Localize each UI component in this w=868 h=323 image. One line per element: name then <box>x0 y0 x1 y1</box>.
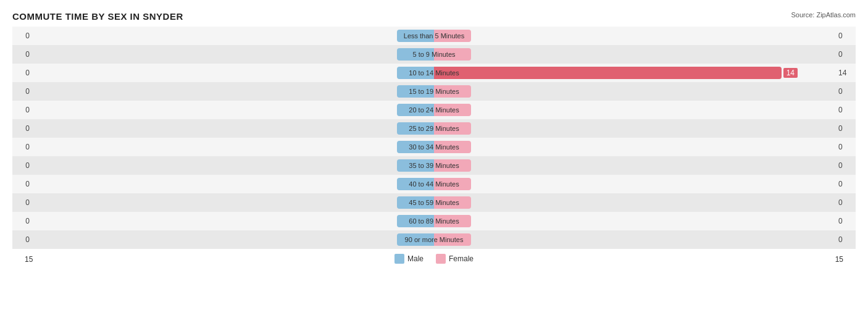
female-bar <box>434 233 471 246</box>
table-row: 015 to 19 Minutes0 <box>12 82 856 101</box>
extended-value-label: 14 <box>783 68 798 78</box>
bottom-area: 15 Male Female 15 <box>12 254 856 264</box>
table-row: 040 to 44 Minutes0 <box>12 175 856 193</box>
male-bar <box>397 141 434 153</box>
male-bar-half <box>32 64 434 82</box>
axis-right-label: 15 <box>835 255 843 264</box>
male-legend-box <box>394 254 404 264</box>
female-bar-half <box>434 101 836 119</box>
male-value: 0 <box>12 161 32 170</box>
female-bar-half <box>434 156 836 175</box>
female-bar <box>434 104 471 116</box>
female-value: 0 <box>836 198 856 207</box>
female-bar <box>434 30 471 42</box>
female-bar-half <box>434 27 836 45</box>
female-bar-half <box>434 45 836 64</box>
female-bar-half <box>434 212 836 230</box>
male-value: 0 <box>12 180 32 188</box>
female-legend-label: Female <box>449 254 474 263</box>
female-value: 0 <box>836 217 856 225</box>
female-bar <box>434 141 471 153</box>
male-value: 0 <box>12 124 32 133</box>
row-bars: 35 to 39 Minutes <box>32 156 836 175</box>
female-bar-half <box>434 138 836 156</box>
legend-male: Male <box>394 254 424 264</box>
male-bar-half <box>32 156 434 175</box>
row-bars: 25 to 29 Minutes <box>32 119 836 138</box>
female-bar: 14 <box>434 67 782 79</box>
male-value: 0 <box>12 69 32 77</box>
male-bar-half <box>32 212 434 230</box>
female-value: 14 <box>836 69 856 77</box>
female-value: 0 <box>836 50 856 59</box>
male-bar <box>397 122 434 135</box>
male-legend-label: Male <box>407 254 424 263</box>
axis-left-label: 15 <box>25 255 33 264</box>
male-bar-half <box>32 45 434 64</box>
table-row: 01410 to 14 Minutes14 <box>12 64 856 82</box>
male-bar-half <box>32 138 434 156</box>
table-row: 05 to 9 Minutes0 <box>12 45 856 64</box>
male-bar <box>397 85 434 98</box>
row-bars: 1410 to 14 Minutes <box>32 64 836 82</box>
male-value: 0 <box>12 87 32 96</box>
female-bar <box>434 215 471 227</box>
male-bar <box>397 48 434 61</box>
female-value: 0 <box>836 106 856 114</box>
female-bar-half <box>434 82 836 101</box>
chart-rows: 0Less than 5 Minutes005 to 9 Minutes0014… <box>12 27 856 249</box>
male-bar <box>397 104 434 116</box>
table-row: 060 to 89 Minutes0 <box>12 212 856 230</box>
female-value: 0 <box>836 161 856 170</box>
male-value: 0 <box>12 143 32 151</box>
male-bar <box>397 196 434 209</box>
male-bar-half <box>32 193 434 212</box>
female-value: 0 <box>836 143 856 151</box>
chart-container: COMMUTE TIME BY SEX IN SNYDER Source: Zi… <box>0 0 868 323</box>
male-bar-half <box>32 119 434 138</box>
table-row: 035 to 39 Minutes0 <box>12 156 856 175</box>
female-value: 0 <box>836 235 856 244</box>
table-row: 045 to 59 Minutes0 <box>12 193 856 212</box>
female-value: 0 <box>836 87 856 96</box>
female-bar <box>434 48 471 61</box>
male-bar-half <box>32 101 434 119</box>
female-bar <box>434 159 471 172</box>
male-value: 0 <box>12 50 32 59</box>
female-legend-box <box>436 254 446 264</box>
male-bar-half <box>32 82 434 101</box>
table-row: 0Less than 5 Minutes0 <box>12 27 856 45</box>
female-bar-half <box>434 119 836 138</box>
table-row: 090 or more Minutes0 <box>12 230 856 249</box>
table-row: 020 to 24 Minutes0 <box>12 101 856 119</box>
source-label: Source: ZipAtlas.com <box>791 11 856 19</box>
female-value: 0 <box>836 124 856 133</box>
male-bar <box>397 233 434 246</box>
legend: Male Female <box>394 254 474 264</box>
male-bar <box>397 178 434 190</box>
female-bar-half <box>434 193 836 212</box>
female-bar <box>434 122 471 135</box>
female-bar-half: 14 <box>434 64 836 82</box>
male-value: 0 <box>12 217 32 225</box>
female-bar-half <box>434 175 836 193</box>
row-bars: 40 to 44 Minutes <box>32 175 836 193</box>
female-value: 0 <box>836 180 856 188</box>
female-bar-half <box>434 230 836 249</box>
table-row: 030 to 34 Minutes0 <box>12 138 856 156</box>
male-bar-half <box>32 175 434 193</box>
male-value: 0 <box>12 235 32 244</box>
female-bar <box>434 196 471 209</box>
female-bar <box>434 178 471 190</box>
male-bar-half <box>32 230 434 249</box>
female-value: 0 <box>836 31 856 40</box>
row-bars: Less than 5 Minutes <box>32 27 836 45</box>
male-bar <box>397 67 434 79</box>
male-bar <box>397 159 434 172</box>
male-bar-half <box>32 27 434 45</box>
male-bar <box>397 215 434 227</box>
row-bars: 30 to 34 Minutes <box>32 138 836 156</box>
male-value: 0 <box>12 198 32 207</box>
row-bars: 20 to 24 Minutes <box>32 101 836 119</box>
row-bars: 15 to 19 Minutes <box>32 82 836 101</box>
